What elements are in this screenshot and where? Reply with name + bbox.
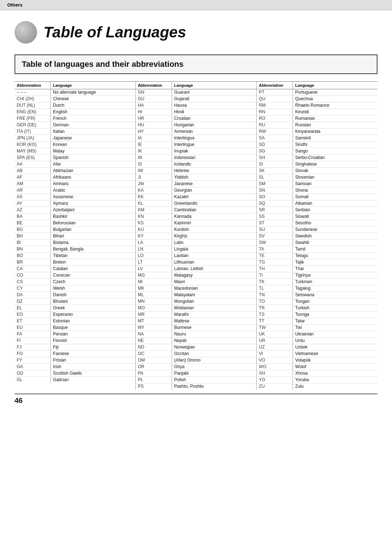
table-row: HRCroatian <box>136 115 257 122</box>
cell-lang: Irish <box>51 364 135 370</box>
cell-abbr: HI <box>136 109 172 115</box>
cell-abbr: MN <box>136 298 172 305</box>
table-row: KNKannada <box>136 213 257 220</box>
cell-lang: Ukrainian <box>293 331 377 337</box>
cell-abbr: JI <box>136 174 172 180</box>
cell-abbr: IS <box>136 161 172 167</box>
table-row: HAHausa <box>136 102 257 109</box>
cell-abbr: MAY (MS) <box>15 148 51 154</box>
cell-abbr: RO <box>257 115 293 122</box>
cell-lang: Turkish <box>293 305 377 311</box>
table-row: RMRhaeto-Romance <box>257 102 377 109</box>
cell-lang: Tatar <box>293 318 377 324</box>
cell-abbr: KA <box>136 187 172 194</box>
col-header-row: AbbreviationLanguage <box>257 82 377 89</box>
cell-abbr: SR <box>257 207 293 213</box>
table-row: CSCzech <box>15 279 135 285</box>
cell-lang: Catalan <box>51 266 135 272</box>
cell-lang: Gujarati <box>172 96 257 102</box>
table-row: JIYiddish <box>136 174 257 181</box>
cell-lang: No alternate language <box>51 89 135 95</box>
cell-lang: Hungarian <box>172 122 257 128</box>
table-row: PLPolish <box>136 377 257 383</box>
table-row: JWJavanese <box>136 181 257 187</box>
cell-abbr: TN <box>257 292 293 298</box>
cell-lang: Tsonga <box>293 311 377 318</box>
table-row: ABAbkhazian <box>15 168 135 174</box>
table-row: RNKirundi <box>257 109 377 115</box>
cell-lang: Rumanian <box>293 115 377 122</box>
cell-lang: Tamil <box>293 246 377 252</box>
table-row: IWHebrew <box>136 168 257 174</box>
cell-lang: Kinyarwanda <box>293 129 377 135</box>
table-row: KOR (KO)Korean <box>15 142 135 148</box>
cell-abbr: DZ <box>15 298 51 305</box>
cell-lang: Polish <box>172 377 257 383</box>
cell-abbr: ST <box>257 220 293 226</box>
cell-lang: Moldavian <box>172 305 257 311</box>
table-row: MNMongolian <box>136 298 257 305</box>
table-row: FYFrisian <box>15 357 135 364</box>
cell-lang: English <box>51 109 135 115</box>
table-row: TSTsonga <box>257 311 377 318</box>
cell-abbr: GA <box>15 364 51 370</box>
cell-abbr: AF <box>15 174 51 180</box>
cell-lang: Afrikaans <box>51 174 135 180</box>
cell-abbr: HU <box>136 122 172 128</box>
table-row: PSPashto, Pushto <box>136 383 257 390</box>
cell-lang: Slovenian <box>293 174 377 180</box>
cell-abbr: UR <box>257 338 293 344</box>
table-row: IKInupiak <box>136 148 257 155</box>
cell-abbr: MI <box>136 279 172 285</box>
table-row: GAIrish <box>15 364 135 370</box>
table-row: AMAmharic <box>15 181 135 187</box>
cell-lang: Serbo-Croatian <box>293 155 377 161</box>
cell-abbr: TT <box>257 318 293 324</box>
cell-lang: Laotian <box>172 253 257 259</box>
cell-abbr: GL <box>15 377 51 383</box>
cell-lang: Croatian <box>172 115 257 122</box>
table-row: SISinghalese <box>257 161 377 168</box>
table-row: HYArmenian <box>136 129 257 135</box>
cell-lang: Tongan <box>293 298 377 305</box>
table-row: IEInterlingue <box>136 142 257 148</box>
table-row: SOSomali <box>257 194 377 200</box>
table-row: RURussian <box>257 122 377 129</box>
section-header-title: Table of languages and their abbreviatio… <box>22 60 184 69</box>
cell-lang: Setswana <box>293 292 377 298</box>
cell-abbr: ML <box>136 292 172 298</box>
cell-lang: Persian <box>51 331 135 337</box>
cell-lang: Macedonian <box>172 285 257 292</box>
title-icon <box>15 21 37 44</box>
cell-lang: Chinese <box>51 96 135 102</box>
cell-lang: Maltese <box>172 318 257 324</box>
table-row: HIHindi <box>136 109 257 115</box>
cell-lang: Nauru <box>172 331 257 337</box>
cell-abbr: TE <box>257 253 293 259</box>
cell-lang: Frisian <box>51 357 135 363</box>
cell-lang: Yiddish <box>172 174 257 180</box>
cell-lang: Icelandic <box>172 161 257 167</box>
cell-abbr: NE <box>136 338 172 344</box>
table-row: ASAssamese <box>15 194 135 200</box>
table-row: NANauru <box>136 331 257 338</box>
cell-lang: Italian <box>51 129 135 135</box>
cell-lang: Azerbaijani <box>51 207 135 213</box>
cell-lang: Sundanese <box>293 227 377 233</box>
table-row: MRMarathi <box>136 311 257 318</box>
table-row: URUrdu <box>257 338 377 344</box>
cell-abbr: LT <box>136 259 172 265</box>
cell-lang: Norwegian <box>172 344 257 350</box>
table-row: MIMaori <box>136 279 257 285</box>
cell-abbr: KS <box>136 220 172 226</box>
col-header-abbr: Abbreviation <box>15 82 51 89</box>
cell-abbr: TH <box>257 266 293 272</box>
table-row: YOYoruba <box>257 377 377 383</box>
table-row: VIVietnamese <box>257 351 377 357</box>
table-row: TETelugu <box>257 253 377 259</box>
table-row: SNShona <box>257 187 377 194</box>
cell-abbr: KU <box>136 227 172 233</box>
cell-lang: Latin <box>172 240 257 246</box>
table-row: OCOccitan <box>136 351 257 357</box>
cell-lang: Kirundi <box>293 109 377 115</box>
